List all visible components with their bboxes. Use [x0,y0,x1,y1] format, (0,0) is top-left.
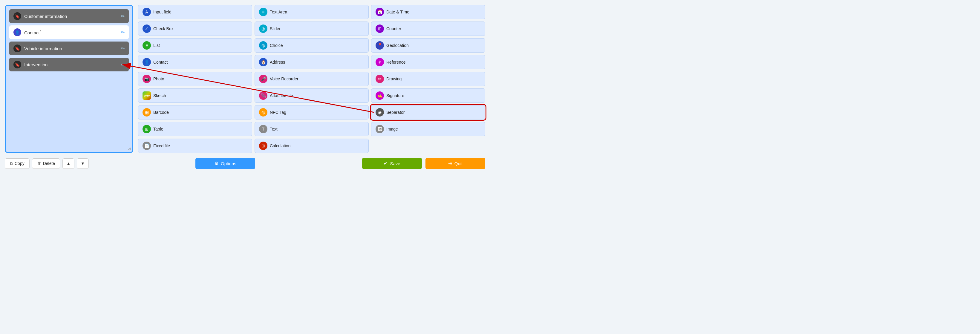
save-label: Save [390,161,400,166]
field-btn-counter[interactable]: ⊞ Counter [371,22,485,36]
field-btn-table[interactable]: ⊞ Table [138,122,252,136]
field-btn-label: NFC Tag [270,110,286,115]
delete-label: Delete [43,161,55,166]
field-btn-image[interactable]: 🖼 Image [371,122,485,136]
field-btn-sketch[interactable]: 2019 Sketch [138,88,252,103]
edit-icon[interactable]: ✏ [121,13,124,19]
section-row-vehicle[interactable]: 🔖 Vehicle information ✏ [9,41,129,55]
field-btn-label: Choice [270,43,283,48]
copy-button[interactable]: ⧉ Copy [5,158,30,169]
edit-icon[interactable]: ✏ [121,62,124,67]
fixed-file-icon: 📄 [143,142,151,150]
attached-file-icon: 📎 [259,91,267,100]
separator-icon: ◉ [375,108,384,116]
field-btn-fixed-file[interactable]: 📄 Fixed file [138,138,252,153]
section-row-left: 🔖 Vehicle information [13,45,62,52]
field-btn-nfc-tag[interactable]: ◎ NFC Tag [255,105,369,119]
resize-handle[interactable]: ⊿ [127,146,131,151]
field-btn-choice[interactable]: ◎ Choice [255,38,369,52]
field-btn-reference[interactable]: ✳ Reference [371,55,485,69]
text-icon: T [259,125,267,133]
field-btn-list[interactable]: ≡ List [138,38,252,52]
contact-icon: 👤 [13,29,21,36]
calculation-icon: ⊞ [259,142,267,150]
field-btn-label: Attached file [270,93,293,98]
check-box-icon: ✓ [143,24,151,33]
photo-icon: 📷 [143,75,151,83]
field-btn-date-time[interactable]: 📅 Date & Time [371,5,485,19]
field-btn-label: Text Area [270,10,287,14]
field-btn-separator[interactable]: ◉ Separator [371,105,485,119]
field-btn-calculation[interactable]: ⊞ Calculation [255,138,369,153]
bottom-bar: ⧉ Copy 🗑 Delete ▲ ▼ ⚙ Options ✔ Save ⇥ Q… [5,156,485,171]
barcode-icon: ▦ [143,108,151,116]
reference-icon: ✳ [375,58,384,66]
field-btn-attached-file[interactable]: 📎 Attached file [255,88,369,103]
field-btn-label: Reference [386,60,406,65]
quit-button[interactable]: ⇥ Quit [425,158,485,169]
date-time-icon: 📅 [375,8,384,16]
bottom-right-actions: ✔ Save ⇥ Quit [362,158,485,169]
field-btn-text-area[interactable]: ≡ Text Area [255,5,369,19]
section-row-intervention[interactable]: 🔖 Intervention ✏ [9,58,129,72]
left-panel: 🔖 Customer information ✏ 👤 Contact* ✏ 🔖 … [5,5,133,153]
section-label: Customer information [24,14,67,19]
field-btn-label: Image [386,127,398,132]
field-btn-contact-field[interactable]: 👤 Contact [138,55,252,69]
field-btn-label: Barcode [153,110,169,115]
edit-icon[interactable]: ✏ [121,30,124,35]
field-btn-voice-recorder[interactable]: 🎤 Voice Recorder [255,72,369,86]
field-btn-label: Table [153,127,163,132]
contact-field-icon: 👤 [143,58,151,66]
quit-label: Quit [455,161,463,166]
save-button[interactable]: ✔ Save [362,158,422,169]
field-btn-input-field[interactable]: A Input field [138,5,252,19]
section-row-customer[interactable]: 🔖 Customer information ✏ [9,9,129,23]
slider-icon: ◎ [259,24,267,33]
field-btn-text[interactable]: T Text [255,122,369,136]
section-row-left: 🔖 Intervention [13,60,48,68]
field-btn-label: Sketch [153,93,166,98]
contact-label: Contact* [24,30,41,35]
field-btn-label: Photo [153,76,164,81]
field-btn-slider[interactable]: ◎ Slider [255,22,369,36]
field-btn-geolocation[interactable]: 📍 Geolocation [371,38,485,52]
field-btn-barcode[interactable]: ▦ Barcode [138,105,252,119]
bookmark-icon: 🔖 [13,12,21,20]
edit-icon[interactable]: ✏ [121,46,124,51]
choice-icon: ◎ [259,41,267,49]
section-label: Intervention [24,62,48,67]
field-btn-photo[interactable]: 📷 Photo [138,72,252,86]
copy-label: Copy [14,161,24,166]
delete-button[interactable]: 🗑 Delete [32,158,60,169]
nfc-tag-icon: ◎ [259,108,267,116]
field-btn-label: List [153,43,160,48]
field-btn-address[interactable]: 🏠 Address [255,55,369,69]
drawing-icon: ✏ [375,75,384,83]
section-label: Vehicle information [24,46,62,51]
field-btn-drawing[interactable]: ✏ Drawing [371,72,485,86]
field-btn-label: Calculation [270,143,290,148]
bottom-left-actions: ⧉ Copy 🗑 Delete ▲ ▼ [5,158,89,169]
delete-icon: 🗑 [37,161,41,166]
input-field-icon: A [143,8,151,16]
move-down-button[interactable]: ▼ [77,158,89,169]
check-icon: ✔ [383,161,388,166]
contact-row[interactable]: 👤 Contact* ✏ [9,25,129,39]
field-btn-label: Text [270,127,278,132]
field-btn-label: Drawing [386,76,402,81]
options-label: Options [221,161,236,166]
field-btn-label: Separator [386,110,404,115]
move-up-button[interactable]: ▲ [62,158,75,169]
options-button[interactable]: ⚙ Options [196,158,255,169]
field-btn-check-box[interactable]: ✓ Check Box [138,22,252,36]
quit-icon: ⇥ [448,161,452,166]
gear-icon: ⚙ [215,161,218,166]
field-btn-label: Date & Time [386,10,409,14]
counter-icon: ⊞ [375,24,384,33]
field-btn-signature[interactable]: ✍ Signature [371,88,485,103]
field-btn-label: Signature [386,93,404,98]
field-btn-label: Fixed file [153,143,170,148]
list-icon: ≡ [143,41,151,49]
field-btn-label: Address [270,60,285,65]
